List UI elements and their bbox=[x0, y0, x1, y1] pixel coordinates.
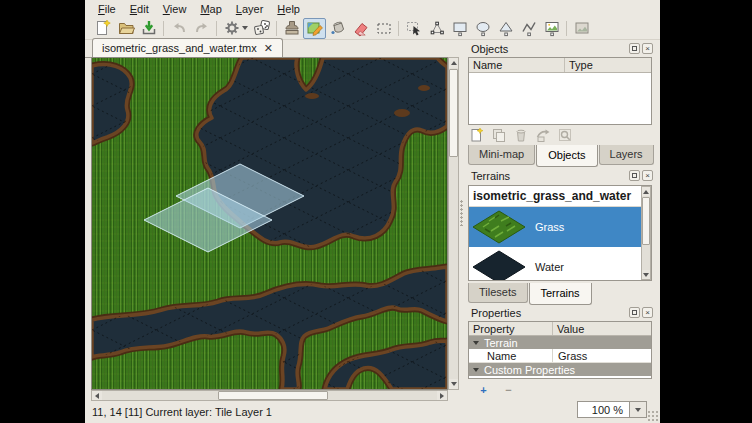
float-panel-icon[interactable] bbox=[629, 170, 640, 181]
close-panel-icon[interactable]: × bbox=[642, 307, 653, 318]
menu-view[interactable]: View bbox=[156, 2, 194, 16]
random-mode-button[interactable] bbox=[250, 18, 273, 39]
select-objects-tool-button[interactable] bbox=[402, 18, 425, 39]
redo-icon bbox=[193, 19, 211, 37]
add-object-icon[interactable] bbox=[469, 127, 485, 143]
stamp-icon bbox=[283, 19, 301, 37]
move-objects-icon[interactable] bbox=[535, 127, 551, 143]
property-group-terrain[interactable]: Terrain bbox=[469, 336, 651, 349]
tab-close-icon[interactable]: ✕ bbox=[264, 42, 273, 55]
execute-command-button[interactable] bbox=[220, 18, 250, 39]
dice-icon bbox=[253, 19, 271, 37]
terrain-brush-tool-button[interactable] bbox=[303, 18, 326, 39]
open-file-button[interactable] bbox=[114, 18, 137, 39]
objects-column-type[interactable]: Type bbox=[565, 58, 651, 72]
canvas-vscrollbar[interactable] bbox=[448, 57, 459, 390]
undo-button[interactable] bbox=[167, 18, 190, 39]
objects-column-name[interactable]: Name bbox=[469, 58, 565, 72]
document-tab[interactable]: isometric_grass_and_water.tmx ✕ bbox=[92, 38, 283, 57]
insert-ellipse-icon bbox=[474, 19, 492, 37]
grass-tile-thumbnail bbox=[471, 209, 527, 245]
vscroll-thumb[interactable] bbox=[449, 69, 458, 157]
chevron-down-icon bbox=[635, 408, 641, 412]
properties-toolbar: + − bbox=[475, 383, 517, 396]
scroll-up-icon[interactable] bbox=[449, 58, 458, 68]
remove-property-button[interactable]: − bbox=[500, 383, 517, 396]
water-tile-thumbnail bbox=[471, 249, 527, 281]
stamp-brush-tool-button[interactable] bbox=[280, 18, 303, 39]
property-group-custom[interactable]: Custom Properties bbox=[469, 363, 651, 376]
save-file-button[interactable] bbox=[137, 18, 160, 39]
property-value-cell[interactable]: Grass bbox=[553, 350, 587, 362]
tab-objects[interactable]: Objects bbox=[536, 145, 597, 167]
terrains-list[interactable]: isometric_grass_and_water Grass Water bbox=[468, 185, 652, 281]
select-objects-icon bbox=[405, 19, 423, 37]
bucket-fill-tool-button[interactable] bbox=[326, 18, 349, 39]
dock-splitter-handle[interactable] bbox=[460, 200, 463, 226]
add-property-button[interactable]: + bbox=[475, 383, 492, 396]
objects-list[interactable]: Name Type bbox=[468, 57, 652, 125]
remove-object-icon[interactable] bbox=[513, 127, 529, 143]
menu-edit[interactable]: Edit bbox=[123, 2, 156, 16]
redo-button[interactable] bbox=[190, 18, 213, 39]
image-layer-tool-button[interactable] bbox=[570, 18, 593, 39]
objects-toolbar bbox=[469, 127, 573, 143]
scroll-right-icon[interactable] bbox=[437, 391, 447, 400]
right-dock: Objects × Name Type bbox=[465, 39, 655, 423]
menu-help[interactable]: Help bbox=[270, 2, 307, 16]
objects-panel-titlebar: Objects × bbox=[465, 41, 655, 56]
tiled-app-window: File Edit View Map Layer Help bbox=[85, 0, 660, 423]
terrain-item-grass[interactable]: Grass bbox=[469, 207, 651, 247]
properties-table[interactable]: Property Value Terrain Name Grass Custom… bbox=[468, 321, 652, 379]
float-panel-icon[interactable] bbox=[629, 43, 640, 54]
canvas-hscrollbar[interactable] bbox=[91, 390, 448, 401]
tab-mini-map[interactable]: Mini-map bbox=[468, 145, 535, 165]
rectangular-select-tool-button[interactable] bbox=[372, 18, 395, 39]
toolbar bbox=[85, 17, 660, 40]
eraser-tool-button[interactable] bbox=[349, 18, 372, 39]
tab-tilesets[interactable]: Tilesets bbox=[468, 283, 528, 303]
collapse-icon bbox=[473, 368, 479, 372]
close-panel-icon[interactable]: × bbox=[642, 170, 653, 181]
zoom-value[interactable]: 100 % bbox=[577, 401, 630, 418]
tileset-group-header[interactable]: isometric_grass_and_water bbox=[469, 186, 651, 207]
status-bar: 11, 14 [11] Current layer: Tile Layer 1 bbox=[85, 401, 459, 423]
insert-tile-object-tool-button[interactable] bbox=[540, 18, 563, 39]
float-panel-icon[interactable] bbox=[629, 307, 640, 318]
hscroll-thumb[interactable] bbox=[218, 391, 328, 400]
insert-polygon-tool-button[interactable] bbox=[494, 18, 517, 39]
terrains-vscrollbar[interactable] bbox=[641, 186, 651, 280]
terrain-item-water[interactable]: Water bbox=[469, 247, 651, 281]
edit-polygons-tool-button[interactable] bbox=[425, 18, 448, 39]
insert-rectangle-tool-button[interactable] bbox=[448, 18, 471, 39]
properties-column-property[interactable]: Property bbox=[469, 322, 553, 335]
objects-panel-title: Objects bbox=[471, 43, 508, 55]
terrains-scroll-thumb[interactable] bbox=[642, 197, 650, 245]
property-name-cell: Name bbox=[469, 349, 553, 362]
zoom-dropdown-button[interactable] bbox=[630, 401, 647, 418]
water-layer bbox=[92, 58, 447, 389]
tab-terrains[interactable]: Terrains bbox=[529, 283, 592, 305]
duplicate-object-icon[interactable] bbox=[491, 127, 507, 143]
insert-polyline-tool-button[interactable] bbox=[517, 18, 540, 39]
scroll-up-icon[interactable] bbox=[642, 187, 650, 196]
close-panel-icon[interactable]: × bbox=[642, 43, 653, 54]
property-row-name[interactable]: Name Grass bbox=[469, 349, 651, 363]
map-canvas[interactable] bbox=[92, 58, 447, 389]
menu-file[interactable]: File bbox=[91, 2, 123, 16]
terrains-panel-title: Terrains bbox=[471, 170, 510, 182]
menu-map[interactable]: Map bbox=[193, 2, 228, 16]
menu-layer[interactable]: Layer bbox=[229, 2, 271, 16]
scroll-down-icon[interactable] bbox=[642, 270, 650, 279]
insert-rectangle-icon bbox=[451, 19, 469, 37]
window-resize-grip[interactable] bbox=[647, 410, 659, 422]
insert-ellipse-tool-button[interactable] bbox=[471, 18, 494, 39]
terrain-brush-icon bbox=[306, 19, 324, 37]
image-layer-icon bbox=[573, 19, 591, 37]
new-map-button[interactable] bbox=[91, 18, 114, 39]
scroll-left-icon[interactable] bbox=[92, 391, 102, 400]
properties-column-value[interactable]: Value bbox=[553, 322, 651, 335]
goto-object-icon[interactable] bbox=[557, 127, 573, 143]
tab-layers[interactable]: Layers bbox=[599, 145, 654, 165]
scroll-down-icon[interactable] bbox=[449, 379, 458, 389]
